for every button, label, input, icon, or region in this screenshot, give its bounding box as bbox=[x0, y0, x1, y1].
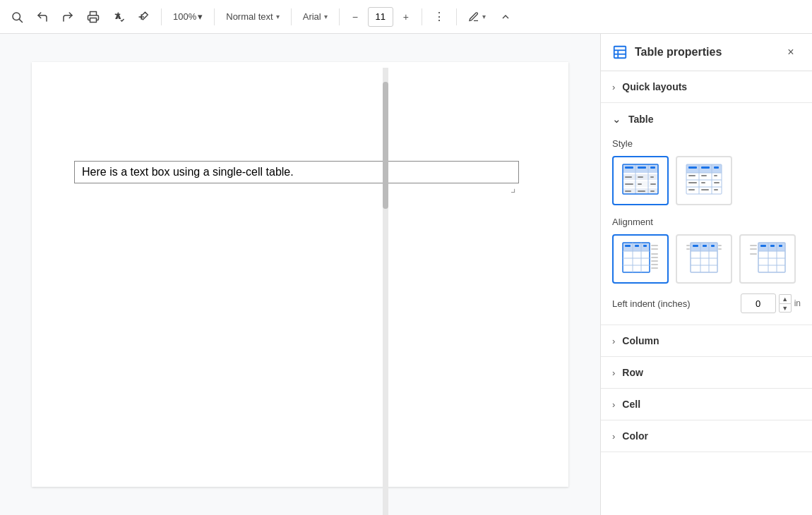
svg-rect-85 bbox=[750, 253, 757, 255]
svg-rect-14 bbox=[625, 166, 633, 169]
svg-rect-74 bbox=[703, 245, 707, 247]
cell-section[interactable]: › Cell bbox=[601, 389, 812, 420]
text-box-table[interactable]: Here is a text box using a single-cell t… bbox=[74, 161, 519, 183]
svg-rect-16 bbox=[650, 166, 655, 169]
increase-font-size-button[interactable]: + bbox=[396, 7, 416, 27]
search-button[interactable] bbox=[6, 6, 28, 28]
svg-rect-56 bbox=[651, 260, 658, 262]
divider-4 bbox=[339, 8, 340, 25]
print-button[interactable] bbox=[82, 6, 105, 28]
row-section[interactable]: › Row bbox=[601, 357, 812, 389]
svg-rect-55 bbox=[651, 257, 658, 258]
font-chevron-icon: ▾ bbox=[324, 13, 328, 20]
redo-button[interactable] bbox=[56, 6, 79, 28]
align-left-button[interactable] bbox=[612, 234, 669, 284]
svg-line-1 bbox=[19, 19, 22, 22]
zoom-dropdown[interactable]: 100% ▾ bbox=[167, 6, 208, 28]
svg-rect-23 bbox=[625, 190, 631, 192]
panel-close-button[interactable]: × bbox=[781, 42, 801, 62]
divider-2 bbox=[214, 8, 215, 25]
toolbar: 100% ▾ Normal text ▾ Arial ▾ − + ⋮ ▾ bbox=[0, 0, 812, 34]
spellcheck-button[interactable] bbox=[107, 6, 130, 28]
table-row: Here is a text box using a single-cell t… bbox=[76, 163, 517, 181]
quick-layouts-label: Quick layouts bbox=[622, 81, 687, 92]
font-size-input[interactable] bbox=[368, 7, 393, 27]
pen-chevron-icon: ▾ bbox=[482, 13, 486, 20]
undo-button[interactable] bbox=[31, 6, 54, 28]
cell-text: Here is a text box using a single-cell t… bbox=[82, 166, 294, 178]
align-right-button[interactable] bbox=[739, 234, 796, 284]
svg-rect-60 bbox=[635, 245, 639, 247]
panel-header-left: Table properties bbox=[612, 44, 722, 60]
text-style-dropdown[interactable]: Normal text ▾ bbox=[220, 6, 285, 28]
style-buttons-row bbox=[612, 156, 801, 205]
zoom-value: 100% bbox=[173, 11, 196, 22]
table-section-header[interactable]: ⌄ Table bbox=[601, 103, 812, 133]
style-button-1[interactable] bbox=[612, 156, 669, 205]
text-style-chevron-icon: ▾ bbox=[276, 13, 280, 20]
decrease-font-size-button[interactable]: − bbox=[345, 7, 365, 27]
row-chevron-icon: › bbox=[612, 368, 615, 378]
doc-area: Here is a text box using a single-cell t… bbox=[0, 34, 600, 515]
resize-handle[interactable]: ⌟ bbox=[508, 182, 519, 193]
redo-icon bbox=[61, 11, 74, 23]
svg-rect-41 bbox=[714, 182, 720, 183]
svg-rect-18 bbox=[638, 176, 643, 178]
more-options-button[interactable]: ⋮ bbox=[428, 6, 450, 28]
divider-1 bbox=[161, 8, 162, 25]
style-label: Style bbox=[612, 138, 801, 149]
svg-rect-53 bbox=[651, 248, 658, 250]
table-section-label: Table bbox=[628, 114, 654, 125]
divider-6 bbox=[456, 8, 457, 25]
divider-5 bbox=[422, 8, 422, 25]
pen-icon bbox=[468, 11, 479, 23]
doc-scroll-thumb[interactable] bbox=[383, 82, 388, 209]
style-1-icon bbox=[621, 163, 659, 198]
font-value: Arial bbox=[303, 11, 321, 22]
svg-rect-33 bbox=[688, 166, 697, 169]
column-label: Column bbox=[622, 335, 659, 346]
svg-rect-57 bbox=[651, 264, 658, 265]
svg-rect-20 bbox=[625, 183, 633, 185]
left-indent-input[interactable] bbox=[741, 293, 776, 313]
align-buttons-row bbox=[612, 234, 801, 284]
svg-rect-42 bbox=[688, 189, 695, 190]
style-2-icon bbox=[685, 163, 723, 198]
svg-rect-70 bbox=[686, 248, 690, 250]
svg-rect-37 bbox=[701, 175, 707, 176]
column-section[interactable]: › Column bbox=[601, 325, 812, 357]
quick-layouts-section[interactable]: › Quick layouts bbox=[601, 71, 812, 103]
paint-format-button[interactable] bbox=[133, 6, 155, 28]
svg-rect-22 bbox=[650, 183, 656, 185]
indent-unit-label: in bbox=[794, 298, 801, 308]
collapse-panel-button[interactable] bbox=[494, 6, 517, 28]
svg-rect-58 bbox=[651, 267, 658, 269]
row-label: Row bbox=[622, 367, 643, 378]
page: Here is a text box using a single-cell t… bbox=[32, 62, 568, 487]
pen-dropdown[interactable]: ▾ bbox=[462, 6, 491, 28]
font-dropdown[interactable]: Arial ▾ bbox=[297, 6, 333, 28]
table-cell[interactable]: Here is a text box using a single-cell t… bbox=[76, 163, 517, 181]
color-section[interactable]: › Color bbox=[601, 420, 812, 452]
indent-spin-up[interactable]: ▲ bbox=[779, 294, 792, 303]
svg-rect-35 bbox=[714, 166, 719, 169]
svg-rect-3 bbox=[614, 47, 626, 59]
svg-rect-72 bbox=[718, 248, 722, 250]
close-icon: × bbox=[787, 46, 794, 59]
align-right-icon bbox=[748, 241, 787, 277]
indent-spin-down[interactable]: ▼ bbox=[779, 303, 792, 313]
doc-scrollbar bbox=[383, 68, 388, 515]
right-panel: Table properties × › Quick layouts ⌄ Tab… bbox=[600, 34, 812, 515]
svg-rect-84 bbox=[750, 248, 757, 250]
table-section-content: Style bbox=[601, 133, 812, 325]
spellcheck-icon bbox=[112, 11, 125, 23]
style-button-2[interactable] bbox=[676, 156, 732, 205]
svg-rect-75 bbox=[711, 245, 715, 247]
svg-rect-52 bbox=[651, 245, 658, 246]
svg-rect-83 bbox=[750, 245, 757, 246]
svg-rect-73 bbox=[693, 245, 698, 247]
align-center-button[interactable] bbox=[676, 234, 732, 284]
color-chevron-icon: › bbox=[612, 431, 615, 442]
align-center-icon bbox=[685, 241, 723, 277]
indent-row: Left indent (inches) ▲ ▼ in bbox=[612, 293, 801, 313]
